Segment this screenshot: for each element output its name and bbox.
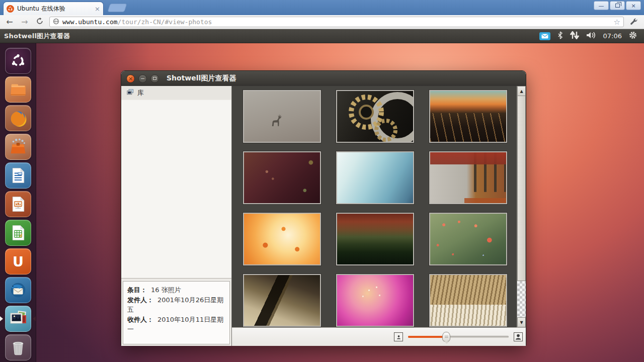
launcher-item-libreoffice-impress[interactable] [5,191,31,217]
browser-tab[interactable]: Ubuntu 在线体验 × [3,2,104,15]
photo-thumbnail[interactable] [243,274,321,327]
shotwell-minimize-button[interactable]: − [138,74,147,83]
desktop: U × − Shotwell图片查看器 [0,43,644,362]
url-host: www.ubuntu.com [62,18,118,26]
shotwell-close-button[interactable]: × [126,74,135,83]
shotwell-titlebar[interactable]: × − Shotwell图片查看器 [121,71,526,86]
zoom-out-thumbnail-icon[interactable] [394,332,403,341]
shotwell-window-title: Shotwell图片查看器 [167,74,236,83]
launcher-item-home-folder[interactable] [5,76,31,103]
photo-grid [232,86,517,327]
browser-tabbar: Ubuntu 在线体验 × — × [0,0,644,15]
launcher-item-libreoffice-calc[interactable] [5,220,31,246]
zoom-slider[interactable] [408,332,509,342]
launcher-item-libreoffice-writer[interactable] [5,162,31,189]
shotwell-body: 库 条目：16 张照片 发件人：2001年10月26日星期五 收件人：2010年… [121,86,526,346]
tab-close-icon[interactable]: × [95,5,100,13]
new-tab-button[interactable] [107,4,127,12]
info-value: 16 张照片 [151,286,181,294]
session-gear-icon[interactable] [629,31,637,41]
messaging-mail-icon[interactable] [539,32,550,40]
photo-thumbnail[interactable] [429,274,507,327]
minimize-button[interactable]: — [594,1,609,10]
top-panel: Shotwell图片查看器 07:06 [0,29,644,43]
scrollbar-thumb[interactable] [517,96,526,281]
close-button[interactable]: × [626,1,641,10]
scroll-down-button[interactable]: ▼ [517,317,526,327]
reload-button[interactable] [34,17,45,27]
indicator-tray: 07:06 [539,31,644,41]
url-path: /tour/zh-CN/#view-photos [118,18,212,26]
browser-toolbar: ← → www.ubuntu.com/tour/zh-CN/#view-phot… [0,15,644,29]
info-row-count: 条目：16 张照片 [127,285,225,295]
photo-thumbnail[interactable] [243,90,321,143]
launcher-item-shotwell[interactable] [5,306,31,332]
shotwell-content: ▲ ▼ [232,86,526,346]
info-row-to-date: 收件人：2010年10月11日星期一 [127,315,225,334]
ubuntu-favicon-icon [7,5,14,13]
info-row-from-date: 发件人：2001年10月26日星期五 [127,295,225,315]
shotwell-bottom-toolbar [232,327,526,346]
scroll-up-button[interactable]: ▲ [517,86,526,96]
zoom-slider-group [394,332,523,342]
info-label: 条目： [127,286,147,294]
wrench-menu-icon[interactable] [628,18,640,26]
panel-app-title: Shotwell图片查看器 [0,32,70,41]
photo-thumbnail[interactable] [336,274,414,327]
library-label: 库 [137,88,144,98]
library-photos-icon [126,88,134,98]
launcher-item-software-center[interactable] [5,134,31,160]
globe-icon [53,17,59,27]
tab-title: Ubuntu 在线体验 [17,5,92,13]
photo-thumbnail[interactable] [429,213,507,265]
launcher-item-dash-home[interactable] [5,48,31,74]
launcher-item-trash[interactable] [5,334,31,360]
unity-launcher: U [0,43,36,362]
launcher-item-firefox[interactable] [5,105,31,131]
slider-fill [408,336,446,338]
back-button[interactable]: ← [4,17,15,27]
bookmark-star-icon[interactable]: ☆ [614,18,620,27]
info-label: 收件人： [127,316,153,323]
restore-button[interactable] [610,1,625,10]
sidebar-item-library[interactable]: 库 [121,86,231,100]
shotwell-maximize-button[interactable] [150,74,159,83]
launcher-item-thunderbird[interactable] [5,277,31,303]
photo-thumbnail[interactable] [336,90,414,143]
bluetooth-icon[interactable] [557,31,563,41]
url-text: www.ubuntu.com/tour/zh-CN/#view-photos [62,18,212,26]
network-arrows-icon[interactable] [570,31,579,41]
photo-thumbnail[interactable] [429,151,507,204]
clock[interactable]: 07:06 [603,32,622,40]
launcher-item-ubuntu-one[interactable]: U [5,248,31,275]
scrollbar-track[interactable] [517,281,526,317]
photo-thumbnail[interactable] [243,151,321,204]
forward-button[interactable]: → [19,17,30,27]
running-indicator-arrow-icon [0,316,3,321]
sidebar-tree: 库 [121,86,231,279]
slider-thumb[interactable] [442,332,450,342]
shotwell-sidebar: 库 条目：16 张照片 发件人：2001年10月26日星期五 收件人：2010年… [121,86,232,346]
info-label: 发件人： [127,296,153,304]
shotwell-window: × − Shotwell图片查看器 库 [121,70,526,346]
restore-icon [615,4,620,8]
photo-thumbnail[interactable] [336,213,414,265]
address-bar[interactable]: www.ubuntu.com/tour/zh-CN/#view-photos ☆ [49,17,624,27]
photo-scrollbar[interactable]: ▲ ▼ [517,86,526,327]
focused-indicator-arrow-icon [33,316,36,321]
volume-icon[interactable] [586,31,596,41]
screen: Ubuntu 在线体验 × — × ← → www.ubuntu.com/tou… [0,0,644,362]
maximize-icon [153,77,156,80]
window-controls: — × [593,1,641,10]
ubuntu-one-u-glyph: U [13,254,24,269]
photo-thumbnail[interactable] [243,213,321,265]
photo-thumbnail[interactable] [336,151,414,204]
photo-thumbnail[interactable] [429,90,507,143]
zoom-in-thumbnail-icon[interactable] [514,332,523,341]
info-pane: 条目：16 张照片 发件人：2001年10月26日星期五 收件人：2010年10… [123,281,230,344]
